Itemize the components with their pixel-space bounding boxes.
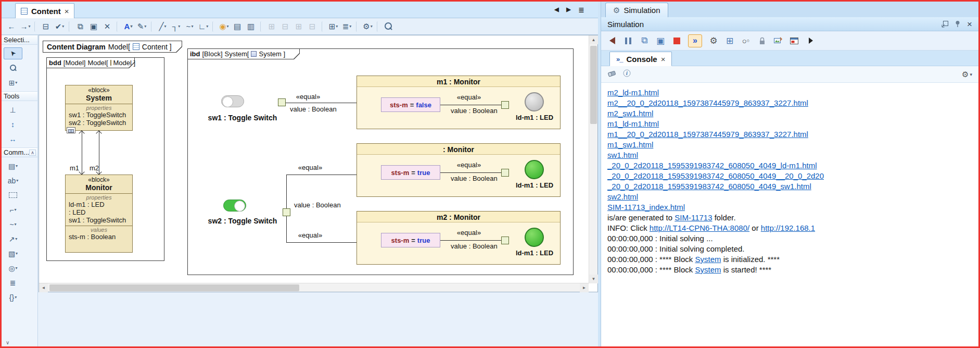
align-right-icon[interactable]: ⊞ [293,20,305,32]
export-image-icon[interactable] [773,34,783,47]
console-output[interactable]: m2_ld-m1.htmlm2__20_0_2d20118_1597387445… [601,83,978,346]
console-link[interactable]: m1__20_0_2d20118_1597387445979_863937_32… [607,130,808,139]
led-indicator[interactable] [525,228,544,247]
align-center-icon[interactable]: ⊟ [279,20,291,32]
magnifier-tool-icon[interactable] [4,62,22,74]
diagram-options-gear-icon[interactable]: ⚙▾ [362,20,374,32]
monitor-part-unnamed[interactable]: : Monitor sts-m = true «equal» value : B… [357,143,561,197]
containment-tree-icon[interactable]: ⊟ [40,20,52,32]
chevron-down-icon[interactable]: ▾ [970,72,972,77]
anchor-tool-icon[interactable]: ~▾ [4,218,22,230]
info-icon[interactable]: i [623,69,631,79]
port-led[interactable] [501,237,509,244]
prev-diagram-icon[interactable]: ◀ [554,6,559,14]
console-link[interactable]: SIM-11713_index.html [607,203,685,212]
led-indicator[interactable] [525,160,544,179]
monitor-part-m1[interactable]: m1 : Monitor sts-m = false «equal» value… [357,76,561,129]
toolbar-overflow-icon[interactable] [809,38,813,44]
scroll-down-icon[interactable]: ▼ [589,275,598,283]
close-panel-icon[interactable]: × [967,20,972,29]
console-link[interactable]: _20_0_2d20118_1595391983742_608050_4049_… [607,161,817,170]
tab-console[interactable]: »_ Console × [609,52,672,66]
image-tool-icon[interactable]: ▧▾ [4,247,22,259]
rectilinear-path-icon[interactable]: ┐▾ [170,20,182,32]
console-options-gear-icon[interactable]: ⚙ [962,70,969,79]
zoom-search-icon[interactable] [383,21,394,32]
led-indicator[interactable] [525,92,544,111]
port-sw2[interactable] [283,208,290,216]
toggle-switch-sw1[interactable] [221,95,244,107]
pause-icon[interactable] [623,34,633,47]
swimlanes-icon[interactable]: ⊞▾ [327,20,339,32]
pin-icon[interactable] [954,20,961,28]
vertical-scrollbar[interactable]: ▲ ▼ [589,35,597,283]
braces-tool-icon[interactable]: {}▾ [4,291,22,303]
web-tool-icon[interactable]: ◎▾ [4,262,22,274]
console-link[interactable]: System [695,255,721,264]
validation-icon[interactable]: ✔▾ [54,20,66,32]
console-link[interactable]: SIM-11713 [674,213,712,222]
delete-icon[interactable]: ✕ [101,20,113,32]
console-link[interactable]: _20_0_2d20118_1595391983742_608050_4049_… [607,182,811,191]
breakpoints-icon[interactable]: ○○ [741,34,750,47]
distribute-icon[interactable]: ⊟ [307,20,319,32]
diagram-tabs-list-icon[interactable]: ≣ [578,6,584,14]
line-color-icon[interactable]: ✎▾ [136,20,148,32]
palette-scroll-down-icon[interactable]: ∨ [6,340,9,345]
simulation-options-gear-icon[interactable]: ⚙ [709,34,718,47]
palette-section-selection[interactable]: Selecti... [2,35,37,45]
oblique-path-icon[interactable]: ╱▾ [157,20,169,32]
port-sw1[interactable] [278,98,286,106]
variables-tree-icon[interactable]: ⊞ [725,34,734,47]
scroll-left-icon[interactable]: ◄ [39,283,48,292]
console-link[interactable]: m1_sw1.html [607,140,653,149]
palette-scroll-up-icon[interactable]: ∧ [29,150,36,156]
toggle-switch-sw2[interactable] [223,200,246,212]
path-tool-icon[interactable]: ⌐▾ [4,204,22,216]
ui-mockup-icon[interactable] [790,34,799,47]
list-tool-icon[interactable]: ≣ [4,277,22,289]
sticky-tool-icon[interactable]: ⊥ [4,104,22,116]
internal-structure-icon[interactable] [67,127,75,133]
note-icon[interactable]: ▤ [232,20,244,32]
diagram-canvas[interactable]: Content Diagram Model[ Content ] bdd [Mo… [39,35,598,292]
rectangle-tool-icon[interactable] [4,189,22,201]
fast-forward-button[interactable]: » [688,34,702,47]
console-link[interactable]: http://192.168.1 [761,223,815,232]
paste-icon[interactable]: ▣ [88,20,100,32]
forward-icon[interactable]: →▾ [19,20,31,32]
float-window-icon[interactable] [941,21,948,28]
block-system[interactable]: «block» System properties sw1 : ToggleSw… [65,85,133,131]
console-link[interactable]: m1_ld-m1.html [607,119,659,128]
scroll-up-icon[interactable]: ▲ [589,35,598,44]
bdd-frame[interactable]: bdd [Model] Model[ Model ] «block» Syste… [46,57,164,261]
compartments-icon[interactable]: ≣▾ [341,20,353,32]
ibd-frame[interactable]: ibd [Block] System[ System ] sw1 : Toggl… [187,48,574,275]
font-icon[interactable]: A▾ [122,20,134,32]
horizontal-scrollbar[interactable]: ◄ ► [39,283,589,292]
palette-section-tools[interactable]: Tools [2,91,37,101]
next-diagram-icon[interactable]: ▶ [566,6,571,14]
align-left-icon[interactable]: ⊞ [266,20,278,32]
tab-simulation[interactable]: ⚙ Simulation [605,3,668,17]
constraint-sts-m[interactable]: sts-m = true [381,233,440,247]
port-led[interactable] [501,169,509,177]
console-close-icon[interactable]: × [661,55,666,63]
animation-back-icon[interactable] [607,34,617,47]
horizontal-split-tool-icon[interactable]: ↔ [4,133,22,145]
stop-icon[interactable] [672,34,681,47]
corner-path-icon[interactable]: ∟▾ [197,20,209,32]
note-tool-icon[interactable]: ▤▾ [4,160,22,172]
constraint-sts-m[interactable]: sts-m = true [381,165,440,180]
palette-section-common[interactable]: Comm... ∧ [2,147,37,157]
console-link[interactable]: sw2.html [607,192,638,201]
constraint-sts-m[interactable]: sts-m = false [381,97,440,112]
clear-console-icon[interactable] [607,69,617,79]
highlight-icon[interactable]: ◉▾ [218,20,230,32]
horizontal-scroll-thumb[interactable] [49,284,299,291]
scroll-right-icon[interactable]: ► [580,283,589,292]
comment-icon[interactable]: ▥ [245,20,257,32]
tab-content[interactable]: Content × [15,3,74,18]
console-link[interactable]: http://LT14-CPN6-THA:8080/ [650,223,749,232]
console-link[interactable]: m2_ld-m1.html [607,88,659,97]
